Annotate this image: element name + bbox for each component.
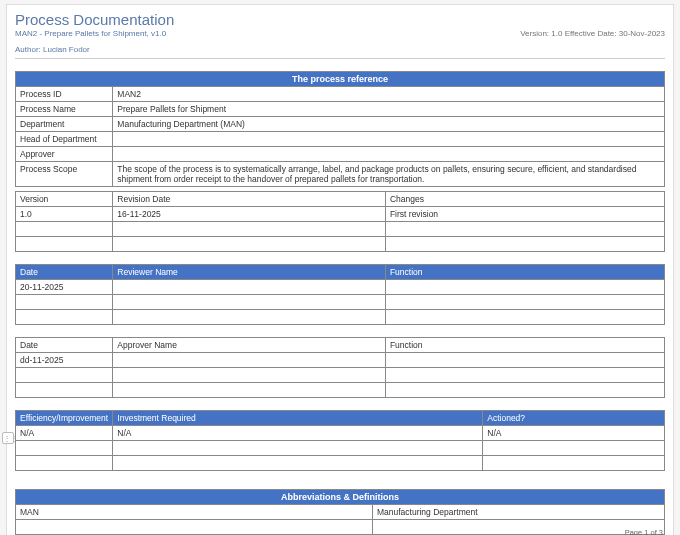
document-page: Process Documentation MAN2 - Prepare Pal…	[6, 4, 674, 535]
table-row: Head of Department	[16, 132, 665, 147]
table-row: DepartmentManufacturing Department (MAN)	[16, 117, 665, 132]
ref-value: MAN2	[113, 87, 665, 102]
col-header: Revision Date	[113, 192, 386, 207]
table-row	[16, 310, 665, 325]
header-divider	[15, 58, 665, 59]
table-row	[16, 520, 665, 535]
ref-label: Head of Department	[16, 132, 113, 147]
col-header: Approver Name	[113, 338, 386, 353]
reviewers-table: Date Reviewer Name Function 20-11-2025	[15, 264, 665, 325]
table-row	[16, 295, 665, 310]
ref-value: Prepare Pallets for Shipment	[113, 102, 665, 117]
table-row: N/AN/AN/A	[16, 426, 665, 441]
col-header: Efficiency/Improvement	[16, 411, 113, 426]
col-header: Investment Required	[113, 411, 483, 426]
col-header: Reviewer Name	[113, 265, 386, 280]
anchor-handle-icon[interactable]: ⋮⋮	[2, 432, 14, 444]
col-header: Version	[16, 192, 113, 207]
ref-label: Approver	[16, 147, 113, 162]
page-footer: Page 1 of 3	[625, 528, 663, 535]
col-header: Function	[385, 338, 664, 353]
ref-value	[113, 132, 665, 147]
process-reference-table: The process reference Process IDMAN2 Pro…	[15, 71, 665, 187]
versions-table: Version Revision Date Changes 1.016-11-2…	[15, 191, 665, 252]
col-header: Function	[385, 265, 664, 280]
ref-label: Department	[16, 117, 113, 132]
efficiency-table: Efficiency/Improvement Investment Requir…	[15, 410, 665, 471]
table-row: dd-11-2025	[16, 353, 665, 368]
table-row	[16, 441, 665, 456]
ref-label: Process ID	[16, 87, 113, 102]
ref-label: Process Scope	[16, 162, 113, 187]
ref-value	[113, 147, 665, 162]
table-row	[16, 456, 665, 471]
ref-value: The scope of the process is to systemati…	[113, 162, 665, 187]
table-row	[16, 237, 665, 252]
ref-value: Manufacturing Department (MAN)	[113, 117, 665, 132]
col-header: Actioned?	[483, 411, 665, 426]
author-line: Author: Lucian Fodor	[15, 45, 90, 54]
table-row: MANManufacturing Department	[16, 505, 665, 520]
table-row: Process ScopeThe scope of the process is…	[16, 162, 665, 187]
version-effective-line: Version: 1.0 Effective Date: 30-Nov-2023	[520, 29, 665, 38]
table-row: 1.016-11-2025First revision	[16, 207, 665, 222]
abbreviations-header: Abbreviations & Definitions	[16, 490, 665, 505]
table-row	[16, 222, 665, 237]
abbreviations-table: Abbreviations & Definitions MANManufactu…	[15, 489, 665, 535]
table-row: Process IDMAN2	[16, 87, 665, 102]
ref-label: Process Name	[16, 102, 113, 117]
approvers-table: Date Approver Name Function dd-11-2025	[15, 337, 665, 398]
table-row	[16, 383, 665, 398]
process-reference-header: The process reference	[16, 72, 665, 87]
table-row: Process NamePrepare Pallets for Shipment	[16, 102, 665, 117]
table-row: 20-11-2025	[16, 280, 665, 295]
table-row: Approver	[16, 147, 665, 162]
col-header: Changes	[385, 192, 664, 207]
table-row	[16, 368, 665, 383]
page-title: Process Documentation	[15, 11, 665, 28]
col-header: Date	[16, 265, 113, 280]
col-header: Date	[16, 338, 113, 353]
